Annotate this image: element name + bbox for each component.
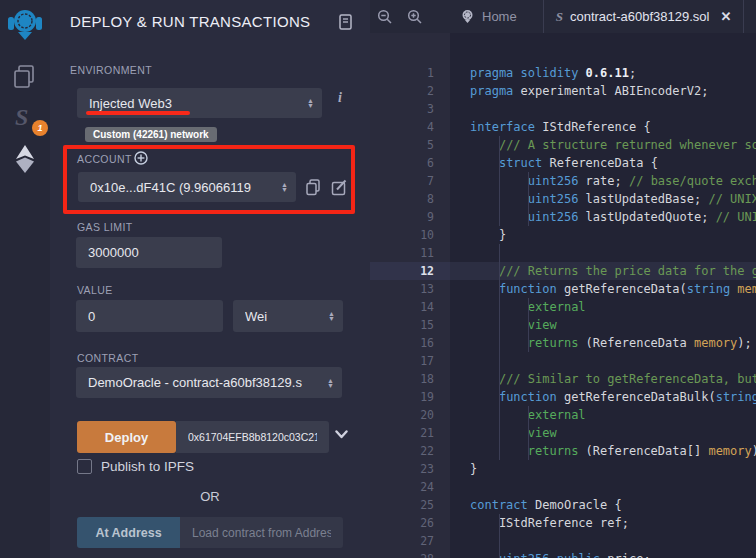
documentation-icon[interactable] bbox=[338, 14, 353, 30]
value-unit: Wei bbox=[245, 309, 324, 324]
annotation-underline bbox=[86, 111, 190, 115]
code-line[interactable]: returns (ReferenceData[] memory); bbox=[450, 442, 756, 460]
code-line[interactable]: function getReferenceData(string memory … bbox=[450, 280, 756, 298]
copy-account-icon[interactable] bbox=[305, 179, 321, 196]
line-number: 12 bbox=[370, 262, 450, 280]
file-explorer-icon[interactable] bbox=[0, 64, 50, 90]
code-editor: 1234567891011121314151617181920212223242… bbox=[370, 33, 756, 558]
code-line[interactable]: /// Similar to getReferenceData, but wit… bbox=[450, 370, 756, 388]
zoom-in-icon[interactable] bbox=[400, 9, 430, 25]
code-line[interactable]: function getReferenceDataBulk(string[] m… bbox=[450, 388, 756, 406]
or-label: OR bbox=[77, 489, 343, 504]
code-line[interactable]: view bbox=[450, 424, 756, 442]
add-account-icon[interactable] bbox=[134, 151, 148, 165]
code-line[interactable]: contract DemoOracle { bbox=[450, 496, 756, 514]
expand-deploy-icon[interactable] bbox=[335, 430, 348, 439]
code-line[interactable]: /// A structure returned whenever someon… bbox=[450, 136, 756, 154]
account-value: 0x10e...dF41C (9.96066119 bbox=[90, 180, 277, 195]
code-line[interactable]: /// Returns the price data for the given… bbox=[450, 262, 756, 280]
line-number: 28 bbox=[370, 550, 450, 558]
line-number: 27 bbox=[370, 532, 450, 550]
deploy-run-icon[interactable] bbox=[0, 144, 50, 174]
code-line[interactable]: struct ReferenceData { bbox=[450, 154, 756, 172]
value-input[interactable] bbox=[76, 300, 223, 332]
value-label: VALUE bbox=[77, 284, 113, 296]
tab-file-label: contract-a60bf38129.sol bbox=[570, 9, 709, 24]
code-line[interactable]: } bbox=[450, 460, 756, 478]
environment-label: ENVIRONMENT bbox=[70, 64, 152, 76]
code-line[interactable] bbox=[450, 244, 756, 262]
code-line[interactable] bbox=[450, 478, 756, 496]
gas-limit-input[interactable] bbox=[76, 237, 222, 268]
deploy-button[interactable]: Deploy bbox=[77, 421, 176, 453]
code-line[interactable]: external bbox=[450, 406, 756, 424]
panel-title: DEPLOY & RUN TRANSACTIONS bbox=[70, 13, 340, 30]
indent-guide bbox=[499, 244, 500, 262]
indent-guide bbox=[499, 514, 500, 532]
account-select[interactable]: 0x10e...dF41C (9.96066119 ▲▼ bbox=[78, 172, 296, 202]
code-line[interactable]: view bbox=[450, 316, 756, 334]
indent-guide bbox=[528, 316, 529, 334]
code-line[interactable]: uint256 lastUpdatedBase; // UNIX epoch bbox=[450, 190, 756, 208]
contract-select[interactable]: DemoOracle - contract-a60bf38129.s ▲▼ bbox=[76, 367, 342, 398]
contract-value: DemoOracle - contract-a60bf38129.s bbox=[88, 375, 327, 390]
indent-guide bbox=[499, 280, 500, 298]
sign-message-icon[interactable] bbox=[331, 179, 348, 196]
indent-guide bbox=[528, 208, 529, 226]
line-number: 7 bbox=[370, 172, 450, 190]
tab-home[interactable]: Home bbox=[448, 0, 529, 33]
code-line[interactable]: } bbox=[450, 226, 756, 244]
editor-gutter: 1234567891011121314151617181920212223242… bbox=[370, 33, 450, 558]
line-number: 13 bbox=[370, 280, 450, 298]
code-line[interactable]: IStdReference ref; bbox=[450, 514, 756, 532]
indent-guide bbox=[499, 424, 500, 442]
publish-ipfs-label: Publish to IPFS bbox=[101, 459, 194, 474]
environment-info-icon[interactable]: i bbox=[334, 90, 346, 106]
deploy-param-input[interactable] bbox=[176, 421, 329, 453]
tab-contract-file[interactable]: S contract-a60bf38129.sol ✕ bbox=[543, 0, 745, 33]
remix-logo bbox=[0, 8, 50, 42]
code-line[interactable] bbox=[450, 532, 756, 550]
code-line[interactable]: pragma experimental ABIEncoderV2; bbox=[450, 82, 756, 100]
indent-guide bbox=[499, 334, 500, 352]
line-number: 18 bbox=[370, 370, 450, 388]
publish-ipfs-checkbox[interactable] bbox=[77, 459, 92, 474]
at-address-input[interactable] bbox=[180, 517, 343, 548]
code-line[interactable] bbox=[450, 100, 756, 118]
at-address-button[interactable]: At Address bbox=[77, 517, 180, 548]
code-line[interactable]: uint256 public price; bbox=[450, 550, 756, 558]
line-number: 5 bbox=[370, 136, 450, 154]
code-line[interactable] bbox=[450, 352, 756, 370]
indent-guide bbox=[499, 262, 500, 280]
line-number: 3 bbox=[370, 100, 450, 118]
select-arrows-icon: ▲▼ bbox=[328, 311, 335, 321]
line-number: 1 bbox=[370, 64, 450, 82]
zoom-out-icon[interactable] bbox=[370, 9, 400, 25]
close-tab-icon[interactable]: ✕ bbox=[720, 9, 731, 24]
code-line[interactable]: interface IStdReference { bbox=[450, 118, 756, 136]
indent-guide bbox=[499, 154, 500, 172]
code-line[interactable]: uint256 rate; // base/quote exchange rat… bbox=[450, 172, 756, 190]
line-number: 9 bbox=[370, 208, 450, 226]
indent-guide bbox=[499, 370, 500, 388]
code-line[interactable]: uint256 lastUpdatedQuote; // UNIX epoch bbox=[450, 208, 756, 226]
editor-code[interactable]: pragma solidity 0.6.11;pragma experiment… bbox=[450, 33, 756, 558]
tab-home-label: Home bbox=[482, 9, 517, 24]
select-arrows-icon: ▲▼ bbox=[281, 182, 288, 192]
indent-guide bbox=[499, 136, 500, 154]
solidity-compiler-icon[interactable]: S 1 bbox=[0, 102, 50, 138]
line-number: 19 bbox=[370, 388, 450, 406]
code-line[interactable]: returns (ReferenceData memory); bbox=[450, 334, 756, 352]
indent-guide bbox=[499, 550, 500, 558]
indent-guide bbox=[499, 190, 500, 208]
indent-guide bbox=[528, 406, 529, 424]
value-unit-select[interactable]: Wei ▲▼ bbox=[233, 300, 343, 332]
line-number: 25 bbox=[370, 496, 450, 514]
select-arrows-icon: ▲▼ bbox=[327, 378, 334, 388]
gas-limit-label: GAS LIMIT bbox=[77, 221, 133, 233]
code-line[interactable]: pragma solidity 0.6.11; bbox=[450, 64, 756, 82]
line-number: 14 bbox=[370, 298, 450, 316]
line-number: 21 bbox=[370, 424, 450, 442]
code-line[interactable]: external bbox=[450, 298, 756, 316]
account-label: ACCOUNT bbox=[77, 153, 132, 165]
